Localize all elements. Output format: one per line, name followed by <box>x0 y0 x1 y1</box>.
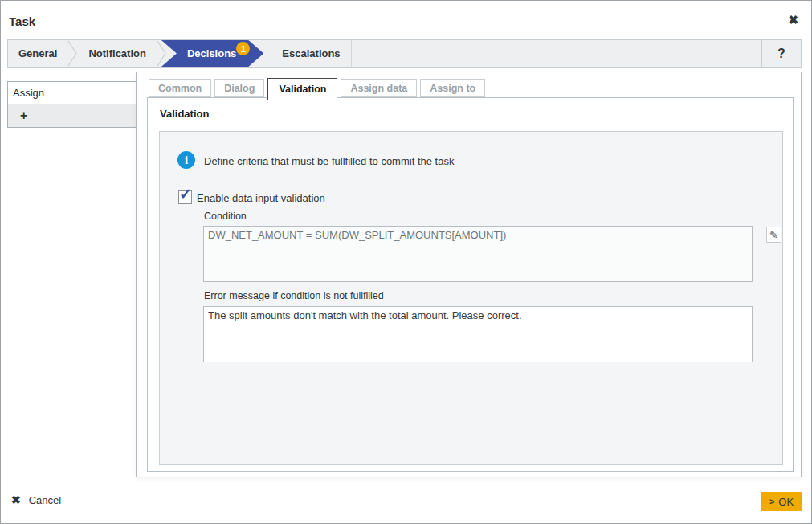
tab-general-label: General <box>18 47 57 59</box>
help-button[interactable]: ? <box>761 40 801 67</box>
error-message-input[interactable]: The split amounts don't match with the t… <box>203 306 753 362</box>
cancel-button[interactable]: ✖ Cancel <box>11 493 61 506</box>
subtab-common-label: Common <box>158 83 202 94</box>
enable-validation-label: Enable data input validation <box>197 192 325 204</box>
task-dialog: Task ✖ General Notification Decisions 1 … <box>0 0 812 524</box>
condition-input[interactable]: DW_NET_AMOUNT = SUM(DW_SPLIT_AMOUNTS[AMO… <box>203 226 753 282</box>
ok-button[interactable]: > OK <box>761 492 802 511</box>
subtab-dialog[interactable]: Dialog <box>214 79 264 97</box>
tab-escalations[interactable]: Escalations <box>271 40 350 67</box>
ok-chevron-icon: > <box>769 497 774 506</box>
subtab-dialog-label: Dialog <box>224 83 255 94</box>
edit-condition-button[interactable]: ✎ <box>766 227 781 243</box>
question-mark-icon: ? <box>777 47 785 61</box>
subtab-assign-to[interactable]: Assign to <box>420 79 485 97</box>
cancel-label: Cancel <box>29 494 61 506</box>
subtab-validation-label: Validation <box>279 84 326 95</box>
close-icon[interactable]: ✖ <box>788 14 798 26</box>
ok-label: OK <box>778 496 794 508</box>
tab-notification[interactable]: Notification <box>78 40 157 67</box>
section-heading: Validation <box>160 108 209 120</box>
decision-list-item-assign[interactable]: Assign <box>7 81 137 104</box>
wizard-tab-strip: General Notification Decisions 1 Escalat… <box>7 39 802 68</box>
decision-detail-panel: Common Dialog Validation Assign data Ass… <box>136 72 802 477</box>
subtab-assign-to-label: Assign to <box>430 83 475 94</box>
pencil-icon: ✎ <box>769 229 778 241</box>
dialog-title: Task <box>9 14 35 28</box>
subtab-common[interactable]: Common <box>149 79 211 97</box>
tab-notification-label: Notification <box>88 47 146 59</box>
chevron-separator-icon <box>67 40 78 67</box>
subtab-validation[interactable]: Validation <box>267 78 337 100</box>
tab-escalations-label: Escalations <box>282 47 340 59</box>
tab-strip-filler <box>352 40 761 67</box>
cancel-x-icon: ✖ <box>11 493 21 506</box>
add-decision-button[interactable]: + <box>7 104 137 128</box>
detail-subtabs: Common Dialog Validation Assign data Ass… <box>149 76 485 97</box>
validation-content-box: i Define criteria that must be fullfille… <box>159 131 783 465</box>
tab-general[interactable]: General <box>8 40 67 67</box>
decision-list: Assign + <box>7 81 137 128</box>
subtab-assign-data-label: Assign data <box>350 83 407 94</box>
condition-label: Condition <box>204 211 247 222</box>
info-message: Define criteria that must be fullfilled … <box>204 155 454 167</box>
tab-decisions-label: Decisions <box>187 47 236 59</box>
chevron-separator-icon <box>157 40 167 67</box>
error-message-label: Error message if condition is not fullfi… <box>204 290 384 301</box>
decision-item-label: Assign <box>13 87 44 99</box>
plus-icon: + <box>20 108 27 123</box>
info-icon: i <box>177 151 195 169</box>
tab-decisions[interactable]: Decisions 1 <box>161 40 263 67</box>
checkmark-icon: ✓ <box>179 186 192 204</box>
enable-validation-checkbox[interactable]: ✓ <box>178 190 192 204</box>
decisions-count-badge: 1 <box>236 42 250 55</box>
subtab-assign-data[interactable]: Assign data <box>341 79 417 97</box>
validation-tab-panel: Validation i Define criteria that must b… <box>147 97 794 472</box>
